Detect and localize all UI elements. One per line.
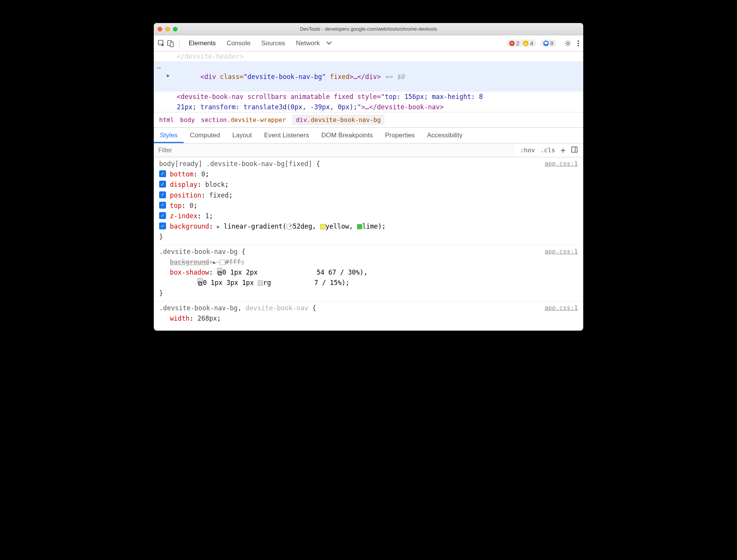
warning-icon: ▲	[523, 41, 528, 46]
css-decl[interactable]: ✓background: ▶ linear-gradient(52deg, ye…	[159, 221, 578, 232]
tab-sources[interactable]: Sources	[257, 35, 290, 51]
subtab-styles[interactable]: Styles	[154, 128, 184, 143]
rule-block: app.css:1 .devsite-book-nav-bg { backgro…	[154, 245, 583, 301]
css-decl[interactable]: ✓bottom: 0;	[159, 169, 578, 180]
svg-point-7	[577, 45, 579, 46]
subtab-dom-breakpoints[interactable]: DOM Breakpoints	[315, 128, 379, 143]
style-rules: app.css:1 body[ready] .devsite-book-nav-…	[154, 157, 583, 331]
source-link[interactable]: app.css:1	[545, 303, 578, 313]
dom-row[interactable]: </devsite-header>	[154, 51, 583, 61]
inspect-icon[interactable]	[158, 40, 165, 47]
css-decl[interactable]: ✓position: fixed;	[159, 190, 578, 201]
checkbox-icon[interactable]: ✓	[159, 212, 166, 219]
dom-row[interactable]: <devsite-book-nav scrollbars animatable …	[154, 92, 583, 102]
rule-block: app.css:1 .devsite-book-nav-bg, devsite-…	[154, 301, 583, 326]
error-count: 2	[516, 40, 519, 46]
rule-block: app.css:1 body[ready] .devsite-book-nav-…	[154, 157, 583, 245]
styles-subtabs: Styles Computed Layout Event Listeners D…	[154, 128, 583, 143]
css-decl[interactable]: ✓display: block;	[159, 180, 578, 190]
css-decl[interactable]: ✓top: 0;	[159, 201, 578, 211]
color-swatch-icon[interactable]	[357, 224, 362, 229]
warning-count: 4	[530, 40, 533, 46]
message-icon	[543, 41, 549, 46]
checkbox-icon[interactable]: ✓	[159, 202, 166, 209]
expand-icon[interactable]: ▶	[213, 260, 216, 265]
message-count: 9	[550, 40, 553, 46]
dom-row-selected[interactable]: ▶<div class="devsite-book-nav-bg" fixed>…	[154, 61, 583, 92]
tab-network[interactable]: Network	[291, 35, 324, 51]
color-swatch-icon[interactable]	[220, 260, 225, 265]
crumb[interactable]: section.devsite-wrapper	[201, 116, 286, 124]
css-decl[interactable]: width: 268px;	[159, 313, 578, 324]
device-icon[interactable]	[167, 40, 174, 47]
kebab-icon[interactable]	[577, 40, 579, 47]
svg-rect-8	[572, 147, 577, 152]
color-swatch-icon[interactable]	[258, 280, 263, 286]
devtools-window: DevTools - developers.google.com/web/too…	[154, 23, 583, 331]
svg-point-6	[577, 43, 579, 44]
subtab-accessibility[interactable]: Accessibility	[421, 128, 469, 143]
checkbox-icon[interactable]: ✓	[159, 170, 166, 177]
subtab-properties[interactable]: Properties	[379, 128, 421, 143]
shadow-swatch-icon[interactable]: ⧉	[197, 278, 203, 283]
dom-tree[interactable]: </devsite-header> ▶<div class="devsite-b…	[154, 51, 583, 112]
more-tabs-icon[interactable]	[326, 40, 332, 46]
shadow-swatch-icon[interactable]: ⧉	[217, 268, 222, 273]
titlebar: DevTools - developers.google.com/web/too…	[154, 23, 583, 35]
source-link[interactable]: app.css:1	[545, 247, 578, 257]
tab-console[interactable]: Console	[222, 35, 255, 51]
hov-toggle[interactable]: :hov	[520, 147, 535, 154]
cls-toggle[interactable]: .cls	[540, 147, 555, 154]
filter-input[interactable]	[154, 143, 515, 157]
tab-elements[interactable]: Elements	[184, 35, 220, 51]
css-decl-overridden[interactable]: background:▶ #fff;	[159, 257, 578, 267]
subtab-event-listeners[interactable]: Event Listeners	[258, 128, 315, 143]
svg-point-5	[577, 40, 579, 42]
checkbox-icon[interactable]: ✓	[159, 191, 166, 198]
checkbox-icon[interactable]: ✓	[159, 222, 166, 229]
error-icon: ✕	[509, 41, 515, 46]
angle-swatch-icon[interactable]	[286, 224, 293, 230]
css-decl[interactable]: ✓z-index: 1;	[159, 211, 578, 221]
window-title: DevTools - developers.google.com/web/too…	[154, 26, 583, 32]
crumb-active[interactable]: div.devsite-book-nav-bg	[292, 115, 385, 125]
crumb[interactable]: html	[159, 116, 174, 124]
svg-rect-3	[545, 42, 548, 44]
breadcrumb: html body section.devsite-wrapper div.de…	[154, 112, 583, 128]
source-link[interactable]: app.css:1	[545, 159, 578, 169]
error-badge[interactable]: ✕ 2 ▲ 4	[506, 40, 536, 47]
gear-icon[interactable]	[564, 40, 572, 47]
messages-badge[interactable]: 9	[540, 40, 556, 47]
svg-point-4	[567, 42, 569, 44]
new-rule-icon[interactable]: +	[561, 145, 566, 155]
main-toolbar: Elements Console Sources Network ✕ 2 ▲ 4…	[154, 35, 583, 51]
css-decl[interactable]: box-shadow: ⧉0 1px 2px 54 67 / 30%),	[159, 267, 578, 278]
crumb[interactable]: body	[180, 116, 195, 124]
color-swatch-icon[interactable]	[320, 224, 326, 229]
expand-icon[interactable]: ▶	[217, 224, 220, 229]
css-decl-cont[interactable]: ⧉0 1px 3px 1px rg 7 / 15%);	[159, 278, 578, 288]
svg-rect-2	[170, 42, 173, 47]
checkbox-icon[interactable]: ✓	[159, 181, 166, 188]
dom-row[interactable]: 21px; transform: translate3d(0px, -39px,…	[154, 102, 583, 112]
subtab-computed[interactable]: Computed	[184, 128, 226, 143]
expand-icon[interactable]: ▶	[167, 72, 170, 79]
subtab-layout[interactable]: Layout	[226, 128, 258, 143]
computed-panel-icon[interactable]	[571, 146, 578, 155]
styles-filterbar: :hov .cls +	[154, 143, 583, 157]
